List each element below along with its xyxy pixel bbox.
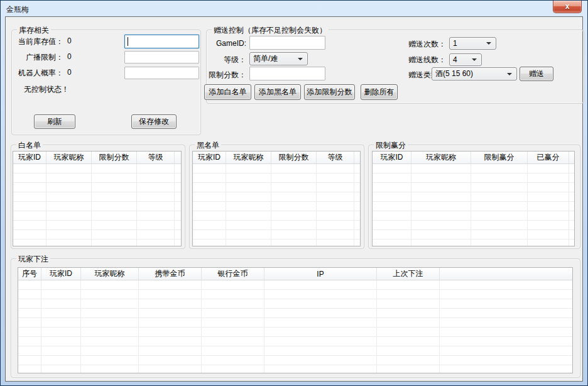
column-header[interactable]: 玩家ID [193,152,226,163]
level-selected-value: 简单/难 [253,53,278,64]
blacklist-header: 玩家ID 玩家昵称 限制分数 等级 [193,152,360,164]
column-header[interactable]: 限制分数 [92,152,137,163]
column-header[interactable]: 玩家昵称 [46,152,92,163]
column-header-spacer [569,152,574,163]
gift-lines-select[interactable]: 4 [449,53,482,66]
gift-times-value: 1 [453,39,457,48]
column-header[interactable]: 玩家ID [373,152,411,163]
add-whitelist-button[interactable]: 添加白名单 [204,84,251,100]
level-label: 等级： [207,55,246,65]
column-header[interactable]: 玩家ID [13,152,46,163]
limit-score-label: 限制分数： [207,70,246,80]
add-limit-score-button[interactable]: 添加限制分数 [304,84,355,100]
gameid-label: GameID: [207,39,246,48]
column-header[interactable]: 限制赢分 [471,152,528,163]
broadcast-limit-input[interactable] [124,51,199,63]
control-status-text: 无控制状态！ [24,84,69,95]
column-header-spacer [175,152,181,163]
broadcast-limit-value: 0 [67,52,72,63]
current-stock-value: 0 [67,36,72,47]
chevron-down-icon [298,58,303,60]
broadcast-limit-row: 广播限制： 0 [14,52,72,63]
window-title: 金瓶梅 [6,4,29,15]
robot-probability-label: 机器人概率： [14,68,63,79]
column-header-spacer [354,152,360,163]
blacklist-table[interactable]: 玩家ID 玩家昵称 限制分数 等级 [192,151,361,246]
close-button[interactable]: x [553,1,582,13]
column-header[interactable]: 玩家昵称 [81,268,139,280]
refresh-button[interactable]: 刷新 [34,114,75,129]
column-header[interactable]: 上次下注 [377,268,440,280]
gift-times-select[interactable]: 1 [449,37,496,50]
chevron-down-icon [486,42,491,45]
player-bets-table[interactable]: 序号 玩家ID 玩家昵称 携带金币 银行金币 IP 上次下注 [18,267,573,373]
delete-all-button[interactable]: 删除所有 [361,84,398,100]
column-header[interactable]: 玩家昵称 [411,152,471,163]
blacklist-body[interactable] [193,164,360,246]
client-area: 库存相关 当前库存值： 0 广播限制： 0 机器人概率： 0 无控制状态！ 刷新… [5,16,583,382]
column-header-spacer [440,268,572,280]
column-header[interactable]: 玩家昵称 [226,152,271,163]
level-select[interactable]: 简单/难 [249,52,308,65]
gift-times-label: 赠送次数： [390,39,446,50]
gift-control-group-label: 赠送控制（库存不足控制会失败） [212,25,329,36]
column-header[interactable]: 银行金币 [202,268,264,280]
text-caret [128,37,128,46]
robot-probability-row: 机器人概率： 0 [14,68,72,79]
column-header[interactable]: 序号 [18,268,41,280]
whitelist-table[interactable]: 玩家ID 玩家昵称 限制分数 等级 [13,151,182,246]
gift-type-select[interactable]: 酒(5 15 60) [432,67,517,80]
column-header[interactable]: 等级 [317,152,354,163]
robot-probability-value: 0 [67,68,72,79]
save-button[interactable]: 保存修改 [131,114,177,129]
whitelist-header: 玩家ID 玩家昵称 限制分数 等级 [13,152,181,164]
limit-win-header: 玩家ID 玩家昵称 限制赢分 已赢分 [373,152,574,164]
blacklist-group-label: 黑名单 [195,140,221,151]
inventory-group-label: 库存相关 [17,25,51,36]
gift-lines-value: 4 [453,55,457,64]
limit-win-group-label: 限制赢分 [374,140,408,151]
current-stock-row: 当前库存值： 0 [14,36,72,47]
chevron-down-icon [507,73,512,75]
titlebar[interactable]: 金瓶梅 [1,1,587,16]
limit-win-table[interactable]: 玩家ID 玩家昵称 限制赢分 已赢分 [372,151,575,246]
robot-probability-input[interactable] [124,67,199,79]
gameid-input[interactable] [249,36,325,50]
column-header[interactable]: 携带金币 [139,268,202,280]
current-stock-label: 当前库存值： [14,36,63,47]
give-button[interactable]: 赠送 [520,67,553,81]
whitelist-body[interactable] [13,164,181,246]
broadcast-limit-label: 广播限制： [14,52,63,63]
add-blacklist-button[interactable]: 添加黑名单 [254,84,301,100]
gift-type-value: 酒(5 15 60) [435,69,473,79]
player-bets-body[interactable] [18,280,572,373]
column-header[interactable]: 等级 [137,152,175,163]
player-bets-header: 序号 玩家ID 玩家昵称 携带金币 银行金币 IP 上次下注 [18,268,572,280]
whitelist-group-label: 白名单 [16,140,43,151]
column-header[interactable]: 限制分数 [271,152,317,163]
limit-score-input[interactable] [249,67,325,80]
limit-win-body[interactable] [373,164,574,246]
current-stock-input[interactable] [124,35,199,48]
close-icon: x [565,2,570,11]
app-window: 金瓶梅 x 库存相关 当前库存值： 0 广播限制： 0 机器人概率： 0 无控制… [0,0,588,386]
column-header[interactable]: IP [264,268,377,280]
player-bets-group-label: 玩家下注 [16,254,50,265]
chevron-down-icon [472,58,477,61]
column-header[interactable]: 玩家ID [41,268,81,280]
gift-lines-label: 赠送线数： [390,55,446,65]
column-header[interactable]: 已赢分 [528,152,569,163]
